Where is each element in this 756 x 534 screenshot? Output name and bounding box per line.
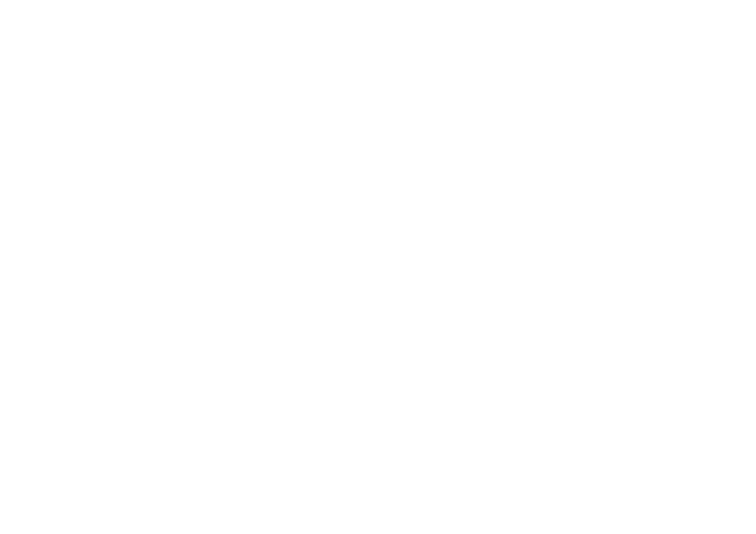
org-chart bbox=[0, 0, 756, 534]
